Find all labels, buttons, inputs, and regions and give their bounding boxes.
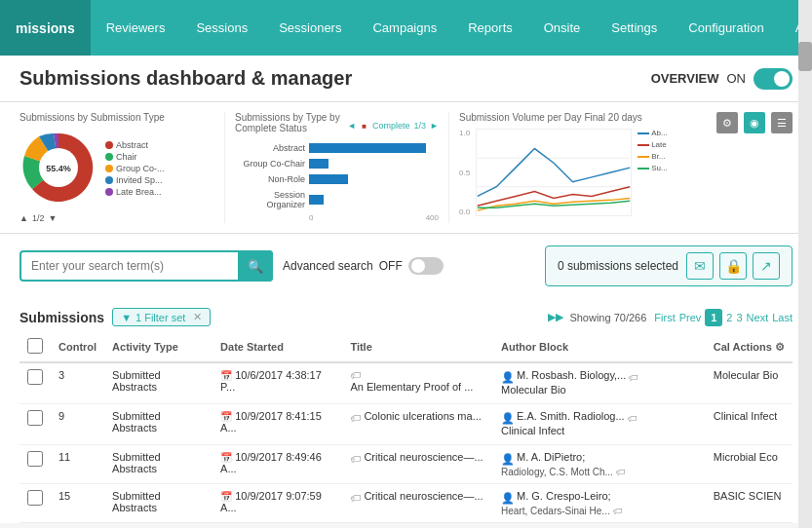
bar-chart-header: Submissions by Type by Complete Status ◄… <box>235 112 439 139</box>
table-section: Submissions ▼ 1 Filter set ✕ ▶▶ Showing … <box>0 298 812 523</box>
scroll-thumb[interactable] <box>798 42 812 71</box>
col-title: Title <box>342 332 493 362</box>
legend-late: Late Brea... <box>116 187 162 197</box>
cal-9: Clinical Infect <box>706 404 793 445</box>
filter-icon: ▼ <box>121 312 132 323</box>
nav-sessioners[interactable]: Sessioners <box>263 0 357 56</box>
author-11: 👤M. A. DiPietro;Radiology, C.S. Mott Ch.… <box>493 445 706 484</box>
table-row: 3 Submitted Abstracts 📅 10/6/2017 4:38:1… <box>19 362 793 404</box>
activity-3: Submitted Abstracts <box>104 362 213 404</box>
lock-action-btn[interactable]: 🔒 <box>719 252 747 280</box>
nav-brand[interactable]: missions <box>0 0 91 56</box>
showing-text: Showing 70/266 <box>569 312 646 323</box>
scrollbar[interactable] <box>798 0 812 523</box>
bar-chart-rows: Abstract Group Co-Chair Non-Role Session… <box>235 143 439 209</box>
advanced-search-toggle[interactable] <box>408 257 444 275</box>
nav-reviewers[interactable]: Reviewers <box>91 0 181 56</box>
control-11: 11 <box>51 445 104 484</box>
main-nav: missions Reviewers Sessions Sessioners C… <box>0 0 812 56</box>
overview-state: ON <box>727 71 747 86</box>
date-15: 📅 10/9/2017 9:07:59 A... <box>213 484 342 523</box>
row-checkbox-15[interactable] <box>27 490 43 506</box>
title-11: 🏷Critical neuroscience—... <box>342 445 493 484</box>
col-settings-icon[interactable]: ⚙ <box>775 341 785 353</box>
email-action-btn[interactable]: ✉ <box>686 252 714 280</box>
selected-count-group: 0 submissions selected ✉ 🔒 ↗ <box>545 245 793 286</box>
nav-settings[interactable]: Settings <box>596 0 673 56</box>
next-page-btn[interactable]: Next <box>747 312 769 323</box>
prev-page-btn[interactable]: Prev <box>679 312 702 323</box>
table-toolbar: Submissions ▼ 1 Filter set ✕ ▶▶ Showing … <box>19 298 793 332</box>
date-3: 📅 10/6/2017 4:38:17 P... <box>213 362 342 404</box>
control-9: 9 <box>51 404 104 445</box>
export-action-btn[interactable]: ↗ <box>753 252 780 280</box>
legend-group-co: Group Co-... <box>116 164 165 173</box>
activity-9: Submitted Abstracts <box>104 404 213 445</box>
filter-label: 1 Filter set <box>135 312 185 323</box>
bar-chart-box: Submissions by Type by Complete Status ◄… <box>224 112 439 223</box>
legend-chair: Chair <box>116 152 137 162</box>
search-input-wrap: 🔍 <box>19 250 273 282</box>
row-checkbox-9[interactable] <box>27 410 43 426</box>
pie-chart-box: Submissions by Submission Type <box>19 112 214 223</box>
title-9: 🏷Colonic ulcerations ma... <box>342 404 493 445</box>
search-section: 🔍 Advanced search OFF 0 submissions sele… <box>0 234 812 298</box>
pie-view-btn[interactable]: ◉ <box>744 112 765 133</box>
table-header: Control Activity Type Date Started Title… <box>19 332 793 362</box>
svg-text:55.4%: 55.4% <box>46 164 71 173</box>
pie-svg: 55.4% <box>19 129 97 207</box>
filter-remove-btn[interactable]: ✕ <box>193 311 202 323</box>
overview-toggle-switch[interactable] <box>754 68 793 90</box>
page-3-btn[interactable]: 3 <box>736 312 742 323</box>
list-view-btn[interactable]: ☰ <box>771 112 793 133</box>
last-page-btn[interactable]: Last <box>772 312 793 323</box>
pie-chart-title: Submissions by Submission Type <box>19 112 214 123</box>
action-icons: ✉ 🔒 ↗ <box>686 252 780 280</box>
line-svg <box>476 129 632 216</box>
bar-nav[interactable]: ◄ ■ Complete 1/3 ► <box>347 121 439 131</box>
advanced-search-group: Advanced search OFF <box>283 257 444 275</box>
line-legend: Ab... Late Br... Su... <box>638 129 667 216</box>
col-control: Control <box>51 332 104 362</box>
nav-sessions[interactable]: Sessions <box>180 0 263 56</box>
cal-3: Molecular Bio <box>706 362 793 404</box>
control-15: 15 <box>51 484 104 523</box>
pie-legend: Abstract Chair Group Co-... Invited Sp..… <box>105 140 165 199</box>
cal-11: Microbial Eco <box>706 445 793 484</box>
activity-11: Submitted Abstracts <box>104 445 213 484</box>
search-button[interactable]: 🔍 <box>238 250 273 282</box>
author-15: 👤M. G. Crespo-Leiro;Heart, Cedars-Sinai … <box>493 484 706 523</box>
cal-15: BASIC SCIEN <box>706 484 793 523</box>
charts-row: Submissions by Submission Type <box>19 112 793 223</box>
title-3: 🏷An Elementary Proof of ... <box>342 362 493 404</box>
overview-label: OVERVIEW <box>651 71 719 86</box>
overview-toggle-group: OVERVIEW ON <box>651 68 793 90</box>
nav-onsite[interactable]: Onsite <box>528 0 597 56</box>
row-checkbox-11[interactable] <box>27 451 43 467</box>
select-all-checkbox[interactable] <box>27 338 43 354</box>
first-page-btn[interactable]: First <box>654 312 675 323</box>
col-author: Author Block <box>493 332 706 362</box>
nav-configuration[interactable]: Configuration <box>673 0 779 56</box>
page-2-btn[interactable]: 2 <box>726 312 732 323</box>
date-11: 📅 10/9/2017 8:49:46 A... <box>213 445 342 484</box>
row-checkbox-3[interactable] <box>27 369 43 385</box>
pie-chart-container: 55.4% Abstract Chair Group Co-... Invite… <box>19 129 214 209</box>
pie-nav[interactable]: ▲1/2▼ <box>19 213 214 223</box>
advanced-search-state: OFF <box>379 259 403 273</box>
col-date: Date Started <box>213 332 342 362</box>
selected-count-text: 0 submissions selected <box>558 259 678 273</box>
page-title: Submissions dashboard & manager <box>19 67 352 90</box>
legend-abstract: Abstract <box>116 140 148 150</box>
search-input[interactable] <box>19 250 273 282</box>
bar-chart-title: Submissions by Type by Complete Status <box>235 112 347 133</box>
current-page: 1 <box>705 309 722 326</box>
submissions-table: Control Activity Type Date Started Title… <box>19 332 793 523</box>
showing-icon: ▶▶ <box>548 311 563 323</box>
title-15: 🏷Critical neuroscience—... <box>342 484 493 523</box>
nav-campaigns[interactable]: Campaigns <box>357 0 452 56</box>
charts-section: ⚙ ◉ ☰ Submissions by Submission Type <box>0 102 812 234</box>
gear-settings-btn[interactable]: ⚙ <box>716 112 738 133</box>
nav-reports[interactable]: Reports <box>452 0 528 56</box>
advanced-search-label: Advanced search <box>283 259 373 273</box>
